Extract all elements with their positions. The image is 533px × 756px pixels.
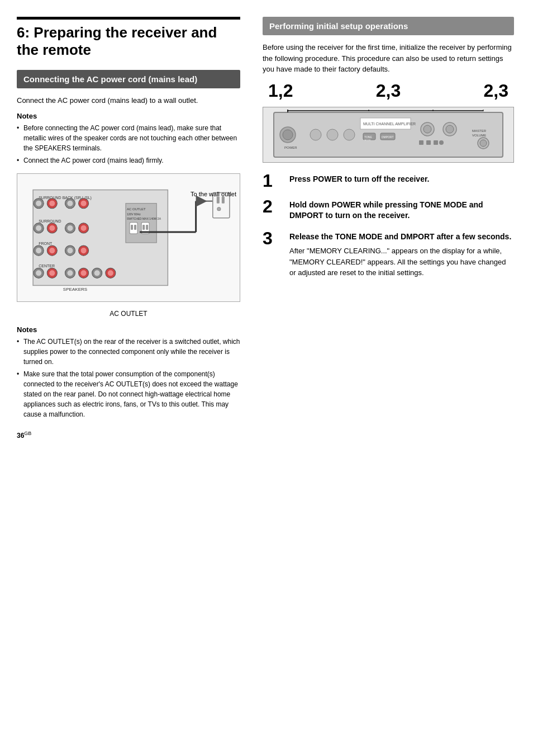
step-1-number: 1 [263, 172, 285, 190]
svg-point-46 [81, 270, 87, 276]
svg-point-64 [283, 130, 293, 140]
step-1-text: Press POWER to turn off the receiver. [289, 172, 430, 185]
section1-body: Connect the AC power cord (mains lead) t… [17, 95, 240, 106]
svg-point-75 [423, 125, 431, 133]
notes1-block: Notes Before connecting the AC power cor… [17, 112, 240, 166]
svg-text:SPEAKERS: SPEAKERS [63, 287, 87, 292]
step-1: 1 Press POWER to turn off the receiver. [263, 172, 514, 190]
step-label-3: 2,3 [484, 81, 508, 101]
step-2: 2 Hold down POWER while pressing TONE MO… [263, 197, 514, 221]
notes2-list: The AC OUTLET(s) on the rear of the rece… [17, 337, 240, 419]
page: 6: Preparing the receiver and the remote… [0, 0, 533, 756]
svg-point-7 [67, 201, 73, 206]
speaker-diagram-wrapper: To the wall outlet SURROUND BACK (SR-L/S… [17, 173, 240, 302]
svg-text:MASTER: MASTER [472, 129, 487, 133]
outlet-label: To the wall outlet [191, 191, 236, 197]
svg-point-22 [36, 225, 41, 231]
svg-text:MULTI CHANNEL AMPLIFIER: MULTI CHANNEL AMPLIFIER [363, 122, 416, 126]
notes2-heading: Notes [17, 325, 240, 334]
svg-rect-19 [146, 225, 148, 230]
svg-text:FRONT: FRONT [39, 242, 53, 245]
step-3-content: Release the TONE MODE and DMPORT after a… [289, 229, 514, 278]
svg-rect-80 [434, 140, 438, 145]
step-label-1: 1,2 [268, 81, 293, 101]
chapter-title: 6: Preparing the receiver and the remote [17, 24, 240, 59]
svg-point-77 [446, 125, 454, 133]
svg-rect-16 [134, 225, 136, 230]
notes2-block: Notes The AC OUTLET(s) on the rear of th… [17, 325, 240, 419]
svg-text:SWITCHED MAX 140W 2A: SWITCHED MAX 140W 2A [127, 217, 161, 220]
step-3-text: Release the TONE MODE and DMPORT after a… [289, 229, 514, 243]
svg-point-85 [480, 140, 487, 147]
speaker-diagram: To the wall outlet SURROUND BACK (SR-L/S… [17, 173, 240, 302]
receiver-diagram: MULTI CHANNEL AMPLIFIER POWER TONE MODE … [263, 107, 514, 163]
svg-point-28 [81, 225, 87, 231]
svg-rect-15 [131, 225, 133, 230]
svg-point-40 [36, 270, 41, 276]
step-2-number: 2 [263, 197, 285, 215]
svg-point-59 [217, 207, 221, 211]
svg-point-66 [310, 129, 321, 140]
step-3: 3 Release the TONE MODE and DMPORT after… [263, 229, 514, 278]
svg-point-3 [36, 201, 41, 206]
svg-text:MODE: MODE [364, 139, 371, 141]
step-2-text: Hold down POWER while pressing TONE MODE… [289, 197, 514, 221]
svg-rect-57 [217, 196, 220, 203]
list-item: Make sure that the total power consumpti… [17, 369, 240, 419]
svg-point-50 [108, 270, 113, 276]
svg-point-67 [327, 129, 338, 140]
chapter-heading: 6: Preparing the receiver and the remote [17, 17, 240, 59]
svg-rect-78 [419, 140, 423, 145]
svg-point-24 [49, 225, 55, 231]
svg-point-5 [49, 201, 55, 206]
svg-point-44 [67, 270, 73, 276]
svg-point-31 [36, 248, 41, 253]
svg-text:SURROUND: SURROUND [39, 219, 61, 223]
svg-point-37 [81, 248, 87, 253]
svg-point-26 [67, 225, 73, 231]
svg-point-42 [49, 270, 55, 276]
svg-text:AC OUTLET: AC OUTLET [127, 207, 146, 211]
svg-point-33 [49, 248, 55, 253]
section1-title: Connecting the AC power cord (mains lead… [23, 74, 234, 84]
svg-text:POWER: POWER [284, 146, 297, 149]
step-3-number: 3 [263, 229, 285, 247]
receiver-diagram-svg: MULTI CHANNEL AMPLIFIER POWER TONE MODE … [271, 110, 506, 160]
page-number: 36GB [17, 431, 240, 440]
svg-text:120V 60Hz: 120V 60Hz [127, 212, 141, 216]
svg-text:CENTER: CENTER [39, 264, 55, 268]
svg-point-81 [439, 140, 444, 145]
list-item: The AC OUTLET(s) on the rear of the rece… [17, 337, 240, 367]
left-column: 6: Preparing the receiver and the remote… [17, 17, 257, 739]
list-item: Before connecting the AC power cord (mai… [17, 123, 240, 153]
svg-rect-79 [426, 140, 431, 145]
svg-point-9 [81, 201, 87, 206]
list-item: Connect the AC power cord (mains lead) f… [17, 155, 240, 166]
svg-point-35 [67, 248, 73, 253]
notes1-heading: Notes [17, 112, 240, 120]
step-1-content: Press POWER to turn off the receiver. [289, 172, 430, 185]
notes1-list: Before connecting the AC power cord (mai… [17, 123, 240, 166]
svg-point-48 [94, 270, 100, 276]
svg-point-68 [344, 129, 355, 140]
svg-text:VOLUME: VOLUME [472, 134, 486, 137]
right-section-title: Performing initial setup operations [269, 21, 507, 31]
ac-outlet-label: AC OUTLET [17, 310, 240, 318]
section1-heading: Connecting the AC power cord (mains lead… [17, 70, 240, 88]
svg-text:DMPORT: DMPORT [382, 135, 394, 139]
right-intro: Before using the receiver for the first … [263, 42, 514, 75]
right-column: Performing initial setup operations Befo… [257, 17, 514, 739]
svg-rect-18 [142, 225, 145, 230]
step-2-content: Hold down POWER while pressing TONE MODE… [289, 197, 514, 221]
step-3-description: After "MEMORY CLEARING..." appears on th… [289, 245, 514, 278]
step-labels: 1,2 2,3 2,3 [263, 81, 514, 101]
right-section-heading: Performing initial setup operations [263, 17, 514, 35]
step-label-2: 2,3 [376, 81, 401, 101]
svg-rect-58 [222, 196, 225, 203]
